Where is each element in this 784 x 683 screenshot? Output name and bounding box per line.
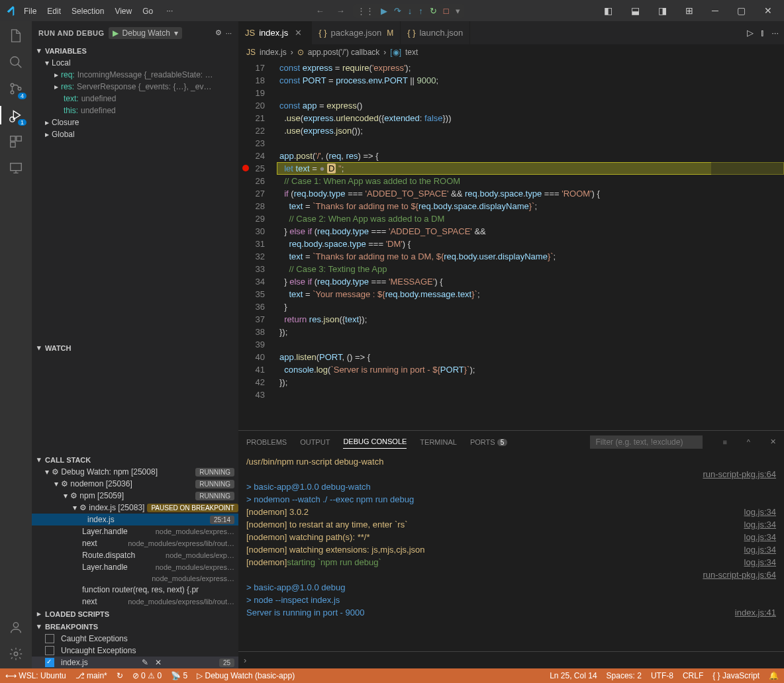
scope-global[interactable]: ▸Global bbox=[32, 128, 238, 140]
continue-button[interactable]: ▶ bbox=[381, 6, 387, 16]
bp-file[interactable]: index.js ✎ ✕ 25 bbox=[32, 657, 238, 668]
git-branch[interactable]: ⎇ main* bbox=[75, 671, 107, 680]
variable-row[interactable]: ▸ req: IncomingMessage {_readableState: … bbox=[32, 69, 238, 81]
menu-selection[interactable]: Selection bbox=[66, 4, 109, 19]
maximize-button[interactable]: ▢ bbox=[730, 3, 752, 19]
nav-back-button[interactable]: ← bbox=[312, 4, 328, 18]
restart-button[interactable]: ↻ bbox=[430, 6, 437, 16]
split-icon[interactable]: ⫿ bbox=[760, 28, 765, 38]
stop-button[interactable]: □ bbox=[444, 6, 449, 16]
scope-local[interactable]: ▾Local bbox=[32, 57, 238, 69]
section-breakpoints[interactable]: ▾BREAKPOINTS bbox=[32, 620, 238, 633]
gutter[interactable]: 1718192021222324252627282930313233343536… bbox=[238, 60, 277, 430]
panel-tab-problems[interactable]: PROBLEMS bbox=[246, 435, 287, 449]
editor-tab[interactable]: JSindex.js✕ bbox=[238, 21, 312, 44]
menu-edit[interactable]: Edit bbox=[42, 4, 66, 19]
code-editor[interactable]: const express = require('express');const… bbox=[277, 60, 784, 430]
layout-customize-icon[interactable]: ⊞ bbox=[679, 3, 700, 19]
callstack-frame[interactable]: Route.dispatchnode_modules/exp… bbox=[32, 549, 238, 561]
variable-row[interactable]: ▸ res: ServerResponse {_events: {…}, _ev… bbox=[32, 81, 238, 93]
step-out-button[interactable]: ↑ bbox=[418, 6, 423, 16]
svg-rect-6 bbox=[17, 136, 21, 141]
remove-icon[interactable]: ✕ bbox=[155, 658, 162, 667]
callstack-frame[interactable]: Layer.handlenode_modules/expres… bbox=[32, 525, 238, 537]
callstack-frame[interactable]: nextnode_modules/express/lib/rout… bbox=[32, 537, 238, 549]
debug-console-input[interactable]: › bbox=[238, 651, 784, 668]
notifications-icon[interactable]: 🔔 bbox=[769, 671, 779, 680]
menu-view[interactable]: View bbox=[109, 4, 137, 19]
search-icon[interactable] bbox=[7, 53, 25, 71]
panel-settings-icon[interactable]: ≡ bbox=[722, 438, 726, 446]
language-mode[interactable]: { } JavaScript bbox=[712, 671, 760, 680]
variable-row[interactable]: this: undefined bbox=[32, 105, 238, 116]
debug-status[interactable]: ▷ Debug Watch (basic-app) bbox=[197, 671, 295, 680]
editor-tab[interactable]: { }package.jsonM bbox=[312, 21, 401, 44]
menu-go[interactable]: Go bbox=[137, 4, 158, 19]
debug-console-output[interactable]: /usr/bin/npm run-script debug-watchrun-s… bbox=[238, 453, 784, 651]
bp-uncaught[interactable]: Uncaught Exceptions bbox=[32, 645, 238, 657]
close-tab-icon[interactable]: ✕ bbox=[292, 28, 305, 38]
nav-forward-button[interactable]: → bbox=[332, 4, 349, 18]
cursor-position[interactable]: Ln 25, Col 14 bbox=[550, 671, 597, 680]
step-over-button[interactable]: ↷ bbox=[394, 6, 401, 16]
indentation[interactable]: Spaces: 2 bbox=[607, 671, 642, 680]
panel-close-icon[interactable]: ✕ bbox=[770, 437, 776, 446]
scope-closure[interactable]: ▸Closure bbox=[32, 116, 238, 128]
svg-point-0 bbox=[11, 57, 19, 66]
section-callstack[interactable]: ▾CALL STACK bbox=[32, 453, 238, 466]
settings-icon[interactable] bbox=[7, 645, 25, 663]
layout-left-icon[interactable]: ◧ bbox=[597, 3, 619, 19]
callstack-process[interactable]: ▾ ⚙ npm [25059]RUNNING bbox=[32, 490, 238, 502]
svg-rect-8 bbox=[11, 163, 22, 171]
console-filter-input[interactable] bbox=[590, 435, 703, 449]
minimize-button[interactable]: ─ bbox=[705, 3, 725, 19]
encoding[interactable]: UTF-8 bbox=[651, 671, 673, 680]
debug-icon[interactable]: 1 bbox=[7, 106, 25, 124]
panel-tab-ports[interactable]: PORTS 5 bbox=[470, 435, 507, 449]
minimap[interactable] bbox=[711, 60, 784, 430]
ports-count[interactable]: 📡 5 bbox=[171, 671, 187, 680]
panel-tab-output[interactable]: OUTPUT bbox=[300, 435, 330, 449]
run-icon[interactable]: ▷ bbox=[747, 28, 754, 38]
remote-indicator[interactable]: ⟷ WSL: Ubuntu bbox=[5, 671, 66, 680]
edit-icon[interactable]: ✎ bbox=[142, 658, 148, 667]
callstack-frame[interactable]: node_modules/express… bbox=[32, 573, 238, 584]
remote-explorer-icon[interactable] bbox=[7, 159, 25, 177]
menu-more[interactable]: ··· bbox=[161, 3, 178, 18]
breadcrumb[interactable]: JS index.js› ⊙app.post('/') callback› [◉… bbox=[238, 44, 784, 60]
callstack-frame[interactable]: function router(req, res, next) {.pr bbox=[32, 584, 238, 596]
eol[interactable]: CRLF bbox=[683, 671, 703, 680]
layout-bottom-icon[interactable]: ⬓ bbox=[624, 3, 646, 19]
section-loaded[interactable]: ▸LOADED SCRIPTS bbox=[32, 608, 238, 620]
callstack-process[interactable]: ▾ ⚙ Debug Watch: npm [25008]RUNNING bbox=[32, 466, 238, 478]
source-control-icon[interactable]: 4 bbox=[7, 79, 25, 98]
panel-maximize-icon[interactable]: ^ bbox=[747, 438, 750, 446]
callstack-frame[interactable]: Layer.handlenode_modules/expres… bbox=[32, 561, 238, 573]
section-watch[interactable]: ▾WATCH bbox=[32, 342, 238, 354]
editor-tab[interactable]: { }launch.json bbox=[401, 21, 470, 44]
explorer-icon[interactable] bbox=[7, 26, 25, 45]
drag-handle-icon[interactable]: ⋮⋮ bbox=[357, 6, 374, 16]
callstack-process[interactable]: ▾ ⚙ nodemon [25036]RUNNING bbox=[32, 478, 238, 490]
debug-dropdown[interactable]: ▾ bbox=[456, 6, 460, 16]
account-icon[interactable] bbox=[7, 618, 25, 637]
gear-icon[interactable]: ⚙ bbox=[215, 28, 222, 37]
more-icon[interactable]: ··· bbox=[771, 28, 779, 38]
panel-tab-debug-console[interactable]: DEBUG CONSOLE bbox=[343, 435, 407, 449]
variable-row[interactable]: text: undefined bbox=[32, 93, 238, 105]
menu-file[interactable]: File bbox=[19, 4, 42, 19]
step-into-button[interactable]: ↓ bbox=[408, 6, 413, 16]
panel-tab-terminal[interactable]: TERMINAL bbox=[420, 435, 457, 449]
problems-count[interactable]: ⊘ 0 ⚠ 0 bbox=[132, 671, 162, 680]
callstack-frame[interactable]: index.js25:14 bbox=[32, 514, 238, 525]
debug-config-selector[interactable]: ▶ Debug Watch ▾ bbox=[109, 27, 182, 39]
layout-right-icon[interactable]: ◨ bbox=[652, 3, 673, 19]
more-icon[interactable]: ··· bbox=[226, 29, 232, 37]
sync-button[interactable]: ↻ bbox=[117, 671, 123, 680]
section-variables[interactable]: ▾VARIABLES bbox=[32, 44, 238, 57]
extensions-icon[interactable] bbox=[7, 132, 25, 151]
callstack-frame[interactable]: nextnode_modules/express/lib/rout… bbox=[32, 596, 238, 608]
callstack-process[interactable]: ▾ ⚙ index.js [25083]PAUSED ON BREAKPOINT bbox=[32, 502, 238, 514]
bp-caught[interactable]: Caught Exceptions bbox=[32, 633, 238, 645]
close-window-button[interactable]: ✕ bbox=[758, 3, 779, 19]
